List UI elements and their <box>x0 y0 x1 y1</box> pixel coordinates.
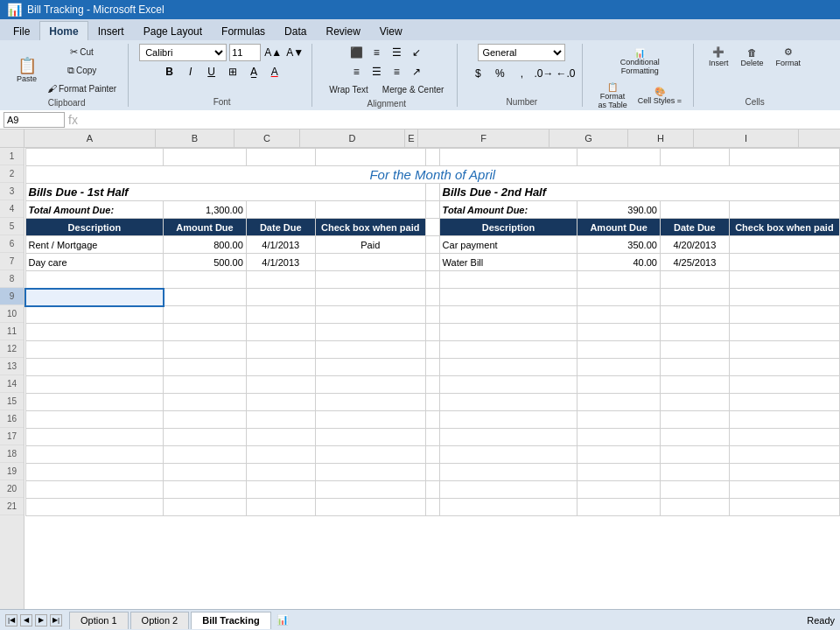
cell-h21[interactable] <box>660 499 729 516</box>
cell-e19[interactable] <box>425 464 439 481</box>
formula-input[interactable] <box>81 112 836 128</box>
cell-g10[interactable] <box>578 306 661 324</box>
cell-f10[interactable] <box>439 306 578 324</box>
cell-b13[interactable] <box>164 359 247 376</box>
cell-a17[interactable] <box>25 429 164 446</box>
cell-d1[interactable] <box>315 149 425 166</box>
cell-i7[interactable] <box>729 254 839 271</box>
cell-a18[interactable] <box>25 446 164 464</box>
cell-c1[interactable] <box>246 149 315 166</box>
cell-a13[interactable] <box>25 359 164 376</box>
cell-c7[interactable]: 4/1/2013 <box>246 254 315 271</box>
format-as-table-button[interactable]: 📋 Formatas Table <box>593 80 631 112</box>
cell-a19[interactable] <box>25 464 164 481</box>
fill-color-button[interactable]: A̲ <box>244 63 263 80</box>
col-header-e[interactable]: E <box>405 130 418 147</box>
cell-c6[interactable]: 4/1/2013 <box>246 236 315 254</box>
paste-button[interactable]: 📋 Paste <box>12 55 41 86</box>
cell-b6[interactable]: 800.00 <box>164 236 247 254</box>
row-num-1[interactable]: 1 <box>0 148 24 165</box>
cell-h1[interactable] <box>660 149 729 166</box>
cell-f13[interactable] <box>439 359 578 376</box>
align-top-right-button[interactable]: ☰ <box>387 44 406 61</box>
cell-a6[interactable]: Rent / Mortgage <box>25 236 164 254</box>
cell-b15[interactable] <box>164 394 247 411</box>
cell-g5[interactable]: Amount Due <box>578 219 661 236</box>
cell-h20[interactable] <box>660 481 729 499</box>
cell-g4[interactable]: 390.00 <box>578 201 661 219</box>
tab-insert[interactable]: Insert <box>88 21 134 40</box>
tab-nav-last[interactable]: ▶| <box>50 614 62 626</box>
cell-b10[interactable] <box>164 306 247 324</box>
cell-b16[interactable] <box>164 411 247 429</box>
cell-a20[interactable] <box>25 481 164 499</box>
cell-i21[interactable] <box>729 499 839 516</box>
cell-h11[interactable] <box>660 324 729 341</box>
cell-b18[interactable] <box>164 446 247 464</box>
cell-h5[interactable]: Date Due <box>660 219 729 236</box>
decrease-font-button[interactable]: A▼ <box>285 44 304 61</box>
cell-e11[interactable] <box>425 324 439 341</box>
cell-b17[interactable] <box>164 429 247 446</box>
format-painter-button[interactable]: 🖌 Format Painter <box>43 80 121 96</box>
italic-button[interactable]: I <box>181 63 200 80</box>
cell-d15[interactable] <box>315 394 425 411</box>
cell-i20[interactable] <box>729 481 839 499</box>
cell-g6[interactable]: 350.00 <box>578 236 661 254</box>
cell-a15[interactable] <box>25 394 164 411</box>
cell-i11[interactable] <box>729 324 839 341</box>
bold-button[interactable]: B <box>160 63 179 80</box>
cell-d11[interactable] <box>315 324 425 341</box>
cell-d20[interactable] <box>315 481 425 499</box>
cell-g14[interactable] <box>578 376 661 394</box>
merge-center-button[interactable]: Merge & Center <box>376 82 451 97</box>
row-num-11[interactable]: 11 <box>0 323 24 340</box>
cell-d5[interactable]: Check box when paid <box>315 219 425 236</box>
currency-button[interactable]: $ <box>468 65 487 82</box>
row-num-3[interactable]: 3 <box>0 183 24 200</box>
cell-h14[interactable] <box>660 376 729 394</box>
tab-file[interactable]: File <box>4 21 39 40</box>
cell-c17[interactable] <box>246 429 315 446</box>
cell-d12[interactable] <box>315 341 425 359</box>
cell-g16[interactable] <box>578 411 661 429</box>
cell-a21[interactable] <box>25 499 164 516</box>
cell-h9[interactable] <box>660 289 729 306</box>
cell-e9[interactable] <box>425 289 439 306</box>
cell-i5[interactable]: Check box when paid <box>729 219 839 236</box>
indent-decrease-button[interactable]: ↙ <box>407 44 426 61</box>
conditional-formatting-button[interactable]: 📊 ConditionalFormatting <box>612 44 668 80</box>
cell-d10[interactable] <box>315 306 425 324</box>
cell-styles-button[interactable]: 🎨 Cell Styles = <box>634 84 686 108</box>
cell-g9[interactable] <box>578 289 661 306</box>
cell-b4[interactable]: 1,300.00 <box>164 201 247 219</box>
cell-a5[interactable]: Description <box>25 219 164 236</box>
col-header-i[interactable]: I <box>694 130 799 147</box>
border-button[interactable]: ⊞ <box>223 63 242 80</box>
cell-h4[interactable] <box>660 201 729 219</box>
col-header-h[interactable]: H <box>628 130 694 147</box>
font-name-select[interactable]: Calibri <box>139 44 227 61</box>
cell-h15[interactable] <box>660 394 729 411</box>
cell-title[interactable]: For the Month of April <box>25 166 840 184</box>
cell-a14[interactable] <box>25 376 164 394</box>
cell-h10[interactable] <box>660 306 729 324</box>
cell-f18[interactable] <box>439 446 578 464</box>
col-header-b[interactable]: B <box>156 130 234 147</box>
col-header-g[interactable]: G <box>550 130 628 147</box>
cell-b20[interactable] <box>164 481 247 499</box>
cell-e21[interactable] <box>425 499 439 516</box>
sheet-tab-option2[interactable]: Option 2 <box>130 612 190 629</box>
cell-h12[interactable] <box>660 341 729 359</box>
underline-button[interactable]: U <box>202 63 221 80</box>
copy-button[interactable]: ⧉ Copy <box>43 62 121 79</box>
cell-e12[interactable] <box>425 341 439 359</box>
cell-c4[interactable] <box>246 201 315 219</box>
tab-nav-first[interactable]: |◀ <box>5 614 18 626</box>
align-left-button[interactable]: ≡ <box>346 63 366 80</box>
cell-g1[interactable] <box>578 149 661 166</box>
insert-button[interactable]: ➕ Insert <box>704 44 733 70</box>
cell-c15[interactable] <box>246 394 315 411</box>
cell-f9[interactable] <box>439 289 578 306</box>
cell-e10[interactable] <box>425 306 439 324</box>
